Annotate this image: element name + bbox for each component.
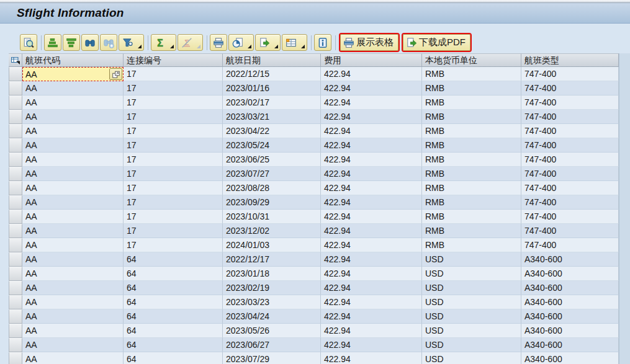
find-button[interactable] (81, 34, 99, 51)
cell-connid[interactable]: 64 (124, 338, 223, 352)
cell-price[interactable]: 422.94 (321, 67, 422, 81)
cell-price[interactable]: 422.94 (321, 124, 422, 138)
cell-connid[interactable]: 17 (124, 153, 223, 167)
cell-fldate[interactable]: 2023/01/18 (223, 267, 321, 281)
cell-planetype[interactable]: 747-400 (521, 95, 619, 110)
cell-carrid[interactable]: AA (22, 110, 124, 124)
cell-planetype[interactable]: A340-600 (521, 267, 619, 281)
cell-price[interactable]: 422.94 (321, 309, 422, 324)
column-header-planetype[interactable]: 航班类型 (521, 53, 619, 67)
cell-planetype[interactable]: 747-400 (521, 210, 619, 224)
cell-connid[interactable]: 17 (124, 124, 223, 138)
row-selector[interactable] (9, 309, 22, 324)
column-header-fldate[interactable]: 航班日期 (223, 53, 321, 67)
cell-carrid[interactable]: AA (22, 352, 124, 364)
row-selector[interactable] (9, 238, 22, 252)
cell-planetype[interactable]: 747-400 (521, 238, 619, 252)
cell-carrid[interactable]: AA (22, 210, 124, 224)
cell-currency[interactable]: USD (422, 281, 521, 295)
cell-carrid[interactable]: AA (22, 81, 124, 95)
cell-planetype[interactable]: 747-400 (521, 224, 619, 238)
cell-fldate[interactable]: 2023/02/17 (223, 95, 321, 110)
row-selector[interactable] (9, 81, 22, 95)
cell-currency[interactable]: RMB (422, 81, 521, 95)
cell-fldate[interactable]: 2024/01/03 (223, 238, 321, 252)
cell-fldate[interactable]: 2023/02/19 (223, 281, 321, 295)
column-header-price[interactable]: 费用 (321, 53, 422, 67)
cell-currency[interactable]: RMB (422, 124, 521, 138)
cell-fldate[interactable]: 2023/03/21 (223, 110, 321, 124)
cell-carrid[interactable]: AA (22, 224, 124, 238)
dropdown-arrow-icon[interactable] (170, 45, 174, 48)
cell-connid[interactable]: 17 (124, 138, 223, 153)
download-pdf-button[interactable]: 下载成PDF (403, 34, 470, 51)
row-selector[interactable] (9, 124, 22, 138)
cell-price[interactable]: 422.94 (321, 281, 422, 295)
cell-connid[interactable]: 64 (124, 295, 223, 309)
cell-currency[interactable]: USD (422, 295, 521, 309)
cell-connid[interactable]: 64 (124, 324, 223, 338)
cell-carrid[interactable]: AA (22, 238, 124, 252)
cell-currency[interactable]: RMB (422, 110, 521, 124)
cell-planetype[interactable]: 747-400 (521, 181, 619, 195)
cell-planetype[interactable]: A340-600 (521, 295, 619, 309)
print-button[interactable] (210, 34, 227, 51)
row-selector[interactable] (9, 153, 22, 167)
sum-button[interactable]: Σ (151, 34, 176, 51)
dropdown-arrow-icon[interactable] (248, 45, 251, 48)
cell-price[interactable]: 422.94 (321, 224, 422, 238)
row-selector[interactable] (9, 195, 22, 210)
cell-price[interactable]: 422.94 (321, 324, 422, 338)
cell-carrid[interactable]: AA (22, 324, 124, 338)
cell-planetype[interactable]: A340-600 (521, 252, 619, 267)
dropdown-arrow-icon[interactable] (274, 45, 278, 48)
display-table-button[interactable]: 展示表格 (340, 34, 398, 51)
cell-currency[interactable]: USD (422, 352, 521, 364)
cell-carrid-focused[interactable]: AA (22, 67, 124, 81)
cell-carrid[interactable]: AA (22, 252, 124, 267)
sort-descending-button[interactable] (63, 34, 80, 51)
cell-planetype[interactable]: 747-400 (521, 81, 619, 95)
cell-price[interactable]: 422.94 (321, 95, 422, 110)
row-selector[interactable] (9, 181, 22, 195)
column-header-currency[interactable]: 本地货币单位 (422, 53, 521, 67)
carrid-input[interactable]: AA (23, 68, 109, 81)
row-selector[interactable] (9, 210, 22, 224)
cell-carrid[interactable]: AA (22, 124, 124, 138)
cell-connid[interactable]: 64 (124, 352, 223, 364)
cell-connid[interactable]: 17 (124, 67, 223, 81)
cell-fldate[interactable]: 2022/12/15 (223, 67, 321, 81)
cell-carrid[interactable]: AA (22, 195, 124, 210)
cell-planetype[interactable]: 747-400 (521, 67, 619, 81)
choose-detail-button[interactable] (20, 34, 37, 51)
cell-connid[interactable]: 17 (124, 195, 223, 210)
cell-connid[interactable]: 64 (124, 252, 223, 267)
cell-connid[interactable]: 17 (124, 167, 223, 181)
cell-planetype[interactable]: A340-600 (521, 281, 619, 295)
value-help-button[interactable] (109, 68, 122, 80)
cell-fldate[interactable]: 2023/05/24 (223, 138, 321, 153)
cell-price[interactable]: 422.94 (321, 252, 422, 267)
cell-carrid[interactable]: AA (22, 153, 124, 167)
scrollbar-track[interactable] (619, 53, 630, 364)
cell-currency[interactable]: USD (422, 338, 521, 352)
cell-currency[interactable]: USD (422, 324, 521, 338)
cell-currency[interactable]: RMB (422, 195, 521, 210)
cell-carrid[interactable]: AA (22, 138, 124, 153)
cell-planetype[interactable]: A340-600 (521, 338, 619, 352)
info-button[interactable] (314, 34, 331, 51)
cell-price[interactable]: 422.94 (321, 181, 422, 195)
cell-fldate[interactable]: 2023/10/31 (223, 210, 321, 224)
cell-carrid[interactable]: AA (22, 267, 124, 281)
row-selector[interactable] (9, 338, 22, 352)
cell-currency[interactable]: USD (422, 309, 521, 324)
cell-carrid[interactable]: AA (22, 95, 124, 110)
cell-planetype[interactable]: 747-400 (521, 195, 619, 210)
cell-fldate[interactable]: 2023/06/25 (223, 153, 321, 167)
cell-fldate[interactable]: 2023/12/02 (223, 224, 321, 238)
cell-price[interactable]: 422.94 (321, 352, 422, 364)
cell-connid[interactable]: 17 (124, 238, 223, 252)
cell-carrid[interactable]: AA (22, 181, 124, 195)
cell-fldate[interactable]: 2022/12/17 (223, 252, 321, 267)
dropdown-arrow-icon[interactable] (138, 45, 142, 48)
